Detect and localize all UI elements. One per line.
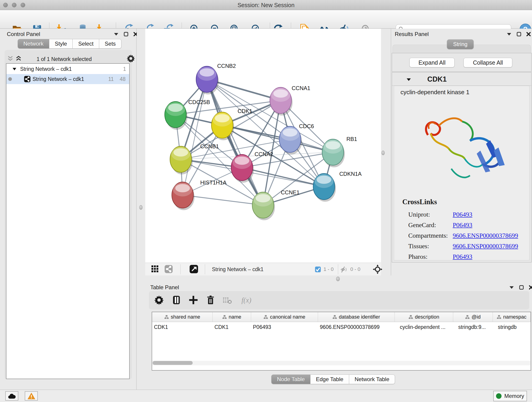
crosslink-link[interactable]: 9606.ENSP00000378699 [453, 242, 518, 250]
edge-CCNA2-CDKN1A[interactable] [242, 167, 324, 186]
network-collection-row[interactable]: String Network – cdk1 1 [6, 64, 129, 74]
node-label-CDC25B: CDC25B [188, 99, 210, 105]
delete-table-icon[interactable] [223, 297, 232, 304]
splitter-handle[interactable] [336, 277, 340, 281]
crosslink-link[interactable]: P06493 [453, 221, 472, 229]
hidden-eye-slash-icon[interactable] [341, 266, 347, 273]
network-node-CCNB1[interactable] [170, 146, 193, 174]
network-edge-count: 48 [120, 76, 126, 82]
expand-all-button[interactable]: Expand All [409, 58, 455, 67]
collapse-all-button[interactable]: Collapse All [463, 58, 512, 67]
network-node-CDK1[interactable] [211, 112, 234, 140]
collection-expand-triangle-icon[interactable] [12, 67, 17, 71]
collapse-card-triangle-icon[interactable] [406, 77, 411, 82]
selected-checkbox-icon[interactable] [315, 266, 321, 273]
table-cell[interactable]: stringdb [493, 322, 531, 332]
memory-label: Memory [504, 393, 524, 399]
table-horizontal-scrollbar[interactable] [152, 361, 530, 365]
column-header-canonical-name[interactable]: canonical name [251, 312, 318, 322]
protein-card-header[interactable]: CDK1 [392, 72, 531, 86]
horizontal-splitter[interactable] [145, 275, 532, 282]
warning-status-button[interactable] [25, 391, 38, 401]
column-header-@id[interactable]: @id [453, 312, 493, 322]
minimize-panel-icon[interactable] [509, 285, 514, 289]
network-node-count: 11 [108, 76, 114, 82]
node-label-CDC6: CDC6 [299, 123, 314, 129]
edge-HIST1H1A-CCNE1[interactable] [183, 195, 263, 205]
protein-description: cyclin-dependent kinase 1 [400, 89, 469, 96]
delete-column-icon[interactable] [206, 295, 215, 305]
splitter-handle[interactable] [381, 151, 385, 155]
network-node-CCNE1[interactable] [252, 192, 275, 220]
close-panel-icon[interactable] [529, 285, 532, 290]
string-network-icon [24, 76, 31, 83]
splitter-handle[interactable] [139, 205, 143, 210]
table-options-gear-icon[interactable] [154, 295, 164, 305]
tab-sets[interactable]: Sets [99, 39, 121, 49]
column-header-description[interactable]: description [395, 312, 453, 322]
results-panel-title: Results Panel [395, 31, 429, 37]
tab-select[interactable]: Select [73, 39, 99, 49]
vertical-splitter-right[interactable] [381, 29, 391, 275]
column-header-name[interactable]: name [213, 312, 251, 322]
crosslinks-list: Uniprot:P06493GeneCard:P06493Compartment… [402, 209, 518, 262]
fit-selected-crosshair-icon[interactable] [373, 264, 382, 274]
table-cell[interactable]: P06493 [251, 322, 318, 332]
network-options-gear-icon[interactable] [127, 54, 135, 63]
scrollbar-thumb[interactable] [152, 361, 193, 365]
node-table[interactable]: shared namenamecanonical namedatabase id… [152, 312, 531, 370]
crosslink-row: Tissues:9606.ENSP00000378699 [402, 241, 518, 251]
table-cell[interactable]: CDK1 [213, 322, 251, 332]
function-builder-icon[interactable]: f(x) [241, 296, 251, 304]
network-node-CCNA2[interactable] [231, 154, 254, 183]
crosslink-label: Compartments: [402, 232, 453, 239]
network-node-RB1[interactable] [322, 139, 345, 167]
edge-CCNB2-CCNE1[interactable] [207, 79, 263, 205]
tab-node-table[interactable]: Node Table [271, 375, 310, 384]
show-columns-icon[interactable] [171, 295, 181, 305]
table-cell[interactable]: cyclin-dependent ... [395, 322, 453, 332]
network-node-CCNA1[interactable] [270, 87, 293, 115]
network-node-CDC6[interactable] [279, 126, 302, 154]
memory-button[interactable]: Memory [493, 391, 527, 401]
minimize-panel-icon[interactable] [507, 32, 512, 36]
crosslink-link[interactable]: P06493 [453, 211, 472, 218]
column-header-shared-name[interactable]: shared name [152, 312, 213, 322]
create-column-icon[interactable] [188, 295, 198, 305]
network-row[interactable]: String Network – cdk1 11 48 [6, 74, 129, 84]
protein-name: CDK1 [427, 75, 447, 83]
minimize-panel-icon[interactable] [114, 32, 119, 36]
tab-network[interactable]: Network [18, 39, 49, 49]
table-cell[interactable]: 9606.ENSP00000378699 [318, 322, 395, 332]
crosslink-link[interactable]: P06493 [453, 253, 472, 260]
cloud-status-button[interactable] [5, 391, 18, 401]
float-panel-icon[interactable] [517, 32, 521, 36]
close-panel-icon[interactable] [526, 32, 531, 36]
protein-card: CDK1 cyclin-dependent kinase 1 CrossLi [392, 72, 532, 262]
tab-network-table[interactable]: Network Table [349, 375, 395, 384]
node-label-CCNA2: CCNA2 [254, 151, 273, 157]
column-header-namespac[interactable]: namespac [493, 312, 531, 322]
edge-CDK1-RB1[interactable] [222, 125, 333, 152]
table-cell[interactable]: stringdb:9... [453, 322, 493, 332]
network-node-HIST1H1A[interactable] [172, 182, 195, 210]
vertical-splitter-left[interactable] [137, 29, 145, 390]
table-row[interactable]: CDK1CDK1P064939606.ENSP00000378699cyclin… [152, 322, 531, 332]
tab-style[interactable]: Style [49, 39, 73, 49]
column-header-database-identifier[interactable]: database identifier [318, 312, 395, 322]
network-overview-icon[interactable] [164, 265, 173, 274]
network-node-CDKN1A[interactable] [313, 173, 336, 202]
title-bar: Session: New Session [0, 0, 532, 10]
network-canvas[interactable]: CCNB2CCNA1CDC25BCDK1CDC6RB1CCNB1CCNA2CDK… [145, 29, 381, 263]
expand-collapse-box: Expand All Collapse All [392, 53, 532, 72]
birdseye-view-icon[interactable] [151, 265, 158, 273]
crosslink-label: Uniprot: [402, 211, 453, 218]
tab-edge-table[interactable]: Edge Table [310, 375, 349, 384]
crosslink-link[interactable]: 9606.ENSP00000378699 [453, 232, 518, 239]
network-node-CCNB2[interactable] [196, 66, 219, 95]
float-panel-icon[interactable] [519, 285, 524, 290]
table-cell[interactable]: CDK1 [152, 322, 213, 332]
float-panel-icon[interactable] [124, 32, 128, 36]
tab-string[interactable]: String [447, 39, 474, 49]
export-view-icon[interactable] [189, 264, 198, 274]
